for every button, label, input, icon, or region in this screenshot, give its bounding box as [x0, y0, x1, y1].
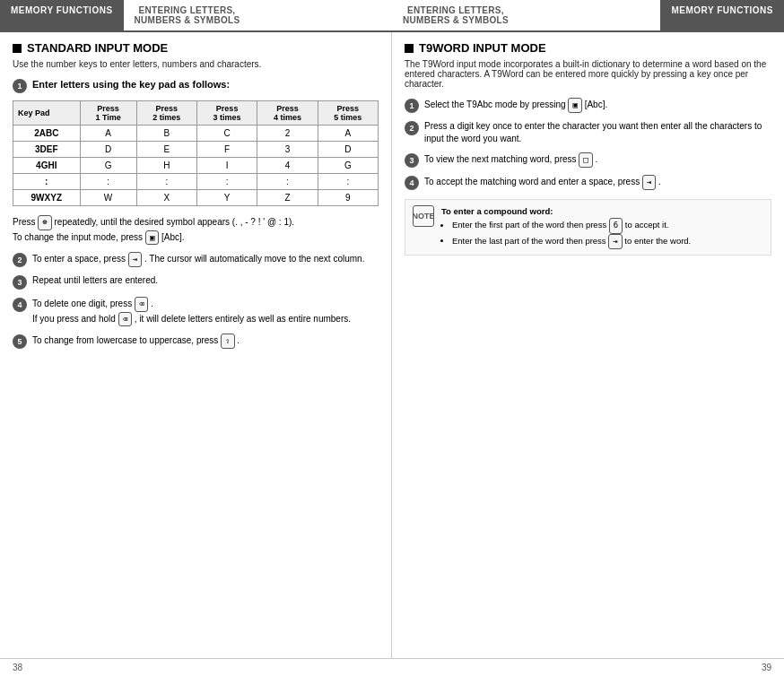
- header-right: ENTERING LETTERS, NUMBERS & SYMBOLS MEMO…: [392, 0, 784, 30]
- table-cell-value: G: [318, 158, 378, 174]
- delete-key-icon: ⌫: [135, 297, 148, 312]
- r-step3-block: 3 To view the next matching word, press …: [405, 152, 771, 168]
- table-row: ::::::: [13, 174, 379, 190]
- r-step4-block: 4 To accept the matching word and enter …: [405, 175, 771, 190]
- r-step4-label: To accept the matching word and enter a …: [424, 175, 661, 190]
- step4-num: 4: [13, 298, 27, 312]
- table-cell-value: 3: [257, 142, 318, 158]
- table-cell-keypad: :: [13, 174, 81, 190]
- black-square-icon-right: [405, 44, 414, 53]
- tab-entering-left[interactable]: ENTERING LETTERS, NUMBERS & SYMBOLS: [124, 0, 251, 30]
- r-step1-num: 1: [405, 99, 419, 113]
- table-cell-value: :: [196, 174, 257, 190]
- table-cell-value: D: [80, 142, 136, 158]
- table-cell-value: W: [80, 190, 136, 206]
- table-cell-value: A: [318, 126, 378, 142]
- step5-block: 5 To change from lowercase to uppercase,…: [13, 334, 379, 349]
- step3-label: Repeat until letters are entered.: [32, 274, 158, 287]
- r-step3-num: 3: [405, 153, 419, 168]
- table-row: 2ABCABC2A: [13, 126, 379, 142]
- table-cell-value: H: [136, 158, 196, 174]
- note-icon: NOTE: [413, 205, 434, 227]
- col-press2: Press2 times: [136, 101, 196, 126]
- table-cell-value: B: [136, 126, 196, 142]
- table-cell-value: C: [196, 126, 257, 142]
- table-cell-value: :: [136, 174, 196, 190]
- tab-entering-right[interactable]: ENTERING LETTERS, NUMBERS & SYMBOLS: [392, 0, 519, 30]
- col-press3: Press3 times: [196, 101, 257, 126]
- table-cell-value: I: [196, 158, 257, 174]
- table-cell-value: E: [136, 142, 196, 158]
- step4-inner: 4 To delete one digit, press ⌫ .If you p…: [13, 297, 379, 326]
- table-cell-value: D: [318, 142, 378, 158]
- right-section-desc: The T9Word input mode incorporates a bui…: [405, 59, 771, 89]
- r-step4-num: 4: [405, 176, 419, 190]
- step3-block: 3 Repeat until letters are entered.: [13, 274, 379, 290]
- table-row: 3DEFDEF3D: [13, 142, 379, 158]
- right-section-title: T9WORD INPUT MODE: [405, 41, 771, 55]
- footer: 38 39: [0, 658, 784, 676]
- table-header-row: Key Pad Press1 Time Press2 times Press3 …: [13, 101, 379, 126]
- table-cell-value: F: [196, 142, 257, 158]
- table-cell-value: Z: [257, 190, 318, 206]
- left-section-title: STANDARD INPUT MODE: [13, 41, 379, 55]
- table-cell-keypad: 3DEF: [13, 142, 81, 158]
- step1-block: 1 Enter letters using the key pad as fol…: [13, 78, 379, 245]
- note-list: Enter the first part of the word then pr…: [452, 218, 691, 249]
- r-step1-label: Select the T9Abc mode by pressing ▣ [Abc…: [424, 98, 607, 113]
- tab-memory-right[interactable]: MEMORY FUNCTIONS: [660, 0, 784, 30]
- r-step2-label: Press a digit key once to enter the char…: [424, 120, 771, 145]
- main-content: STANDARD INPUT MODE Use the number keys …: [0, 32, 784, 658]
- table-cell-value: :: [318, 174, 378, 190]
- table-row: 9WXYZWXYZ9: [13, 190, 379, 206]
- tab-memory-left[interactable]: MEMORY FUNCTIONS: [0, 0, 124, 30]
- note-box: NOTE To enter a compound word: Enter the…: [405, 199, 771, 256]
- step2-num: 2: [13, 253, 27, 267]
- table-cell-value: :: [80, 174, 136, 190]
- note-key2-icon: ⇥: [608, 234, 622, 250]
- left-panel: STANDARD INPUT MODE Use the number keys …: [0, 32, 392, 658]
- step5-num: 5: [13, 334, 27, 349]
- table-cell-keypad: 9WXYZ: [13, 190, 81, 206]
- step1-label: Enter letters using the key pad as follo…: [32, 78, 230, 91]
- note-title: To enter a compound word:: [441, 206, 553, 216]
- page-num-left: 38: [13, 663, 22, 672]
- col-keypad: Key Pad: [13, 101, 81, 126]
- table-cell-value: 2: [257, 126, 318, 142]
- abc-key-icon: ▣: [145, 230, 159, 246]
- step5-inner: 5 To change from lowercase to uppercase,…: [13, 334, 379, 349]
- step3-num: 3: [13, 275, 27, 290]
- r-step1-block: 1 Select the T9Abc mode by pressing ▣ [A…: [405, 98, 771, 113]
- table-cell-value: :: [257, 174, 318, 190]
- col-press5: Press5 times: [318, 101, 378, 126]
- note-item-1: Enter the first part of the word then pr…: [452, 218, 691, 234]
- right-panel: T9WORD INPUT MODE The T9Word input mode …: [392, 32, 784, 658]
- r-step4-inner: 4 To accept the matching word and enter …: [405, 175, 771, 190]
- step1-num: 1: [13, 79, 27, 93]
- col-press1: Press1 Time: [80, 101, 136, 126]
- r-step1-inner: 1 Select the T9Abc mode by pressing ▣ [A…: [405, 98, 771, 113]
- note-key1-icon: 6: [609, 218, 623, 234]
- note-item-2: Enter the last part of the word then pre…: [452, 234, 691, 250]
- t9-key-icon: ▣: [568, 98, 581, 113]
- table-cell-value: Y: [196, 190, 257, 206]
- step2-inner: 2 To enter a space, press ⇥ . The cursor…: [13, 252, 379, 267]
- uppercase-key-icon: ⇧: [221, 334, 234, 349]
- note-content: To enter a compound word: Enter the firs…: [441, 205, 691, 249]
- step2-label: To enter a space, press ⇥ . The cursor w…: [32, 252, 364, 267]
- left-section-desc: Use the number keys to enter letters, nu…: [13, 59, 379, 69]
- table-cell-value: G: [80, 158, 136, 174]
- r-step2-inner: 2 Press a digit key once to enter the ch…: [405, 120, 771, 145]
- table-cell-keypad: 2ABC: [13, 126, 81, 142]
- step4-label: To delete one digit, press ⌫ .If you pre…: [32, 297, 351, 326]
- symbol-key-icon: ☸: [38, 215, 51, 230]
- r-step2-num: 2: [405, 121, 419, 135]
- table-cell-keypad: 4GHI: [13, 158, 81, 174]
- table-cell-value: A: [80, 126, 136, 142]
- col-press4: Press4 times: [257, 101, 318, 126]
- key-pad-table: Key Pad Press1 Time Press2 times Press3 …: [13, 100, 379, 206]
- step5-label: To change from lowercase to uppercase, p…: [32, 334, 240, 349]
- step4-block: 4 To delete one digit, press ⌫ .If you p…: [13, 297, 379, 326]
- next-word-icon: □: [579, 152, 592, 168]
- accept-word-icon: ⇥: [642, 175, 656, 190]
